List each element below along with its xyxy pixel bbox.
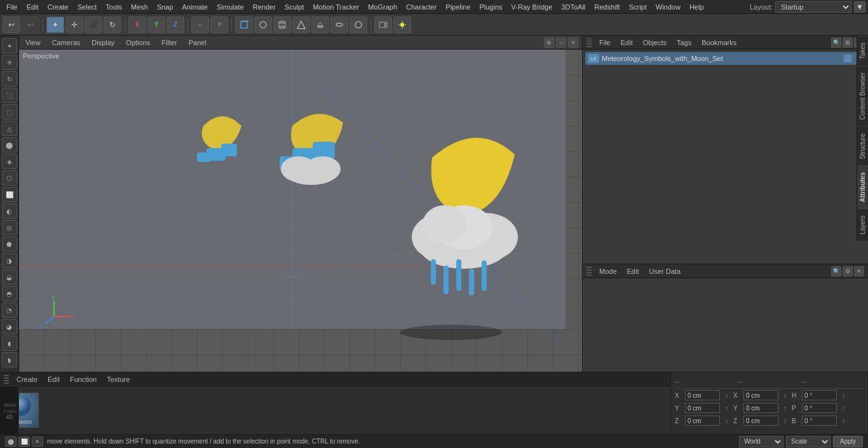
status-icon-circle[interactable]: ⬤ bbox=[5, 437, 17, 447]
tool-paint[interactable]: ⬟ bbox=[2, 236, 17, 252]
z-pos-input[interactable] bbox=[685, 416, 720, 426]
y-axis-btn[interactable]: Y bbox=[147, 17, 165, 33]
viewport-menu-display[interactable]: Display bbox=[89, 37, 117, 48]
menu-mograph[interactable]: MoGraph bbox=[364, 2, 401, 12]
obj-expand-btn[interactable]: ⊞ bbox=[843, 37, 853, 48]
torus-btn[interactable] bbox=[349, 17, 367, 33]
redo-btn[interactable]: ↩ bbox=[22, 17, 39, 33]
mat-create-menu[interactable]: Create bbox=[14, 374, 40, 384]
vp-settings-btn[interactable]: ≡ bbox=[568, 37, 578, 48]
attr-search-btn[interactable]: 🔍 bbox=[831, 266, 841, 276]
tool-extrude[interactable]: ⬤ bbox=[2, 137, 17, 153]
menu-3dtall[interactable]: 3DToAll bbox=[557, 2, 589, 12]
tool-inflate[interactable]: ◗ bbox=[2, 352, 17, 367]
status-icon-square[interactable]: ⬜ bbox=[18, 437, 30, 447]
menu-vray[interactable]: V-Ray Bridge bbox=[508, 2, 557, 12]
mat-texture-menu[interactable]: Texture bbox=[104, 374, 132, 384]
obj-row-meteo[interactable]: L0 Meteorology_Symbols_with_Moon_Set bbox=[585, 52, 865, 65]
viewport-menu-cameras[interactable]: Cameras bbox=[50, 37, 83, 48]
viewport-menu-options[interactable]: Options bbox=[123, 37, 153, 48]
menu-character[interactable]: Character bbox=[402, 2, 440, 12]
attr-gear-btn[interactable]: ⚙ bbox=[843, 266, 853, 276]
tool-knife[interactable]: ◈ bbox=[2, 154, 17, 169]
status-icon-x[interactable]: ✕ bbox=[32, 437, 43, 447]
camera-btn[interactable] bbox=[374, 17, 392, 33]
structure-tab[interactable]: Structure bbox=[857, 126, 868, 166]
select-tool-btn[interactable]: ✦ bbox=[46, 17, 64, 33]
layout-arrow-btn[interactable]: ▼ bbox=[854, 1, 865, 13]
menu-edit[interactable]: Edit bbox=[23, 2, 43, 12]
tool-rotate[interactable]: ↻ bbox=[2, 71, 17, 86]
y-pos-input[interactable] bbox=[685, 403, 720, 413]
scale-tool-btn[interactable]: ⬛ bbox=[85, 17, 102, 33]
obj-bookmarks-menu[interactable]: Bookmarks bbox=[699, 37, 739, 48]
menu-pipeline[interactable]: Pipeline bbox=[442, 2, 474, 12]
tool-move[interactable]: ✛ bbox=[2, 55, 17, 70]
tool-ring[interactable]: ◎ bbox=[2, 220, 17, 235]
menu-snap[interactable]: Snap bbox=[153, 2, 177, 12]
scale-dropdown[interactable]: Scale Size bbox=[786, 436, 831, 447]
attr-mode-menu[interactable]: Mode bbox=[597, 266, 620, 276]
takes-tab[interactable]: Takes bbox=[857, 36, 868, 65]
menu-window[interactable]: Window bbox=[652, 2, 684, 12]
mat-drag-handle[interactable] bbox=[4, 375, 9, 384]
menu-tools[interactable]: Tools bbox=[102, 2, 126, 12]
cone-btn[interactable] bbox=[292, 17, 310, 33]
cylinder-btn[interactable] bbox=[273, 17, 291, 33]
layout-select[interactable]: Startup Standard bbox=[775, 1, 851, 13]
obj-tags-menu[interactable]: Tags bbox=[674, 37, 694, 48]
sphere-btn[interactable] bbox=[254, 17, 272, 33]
tool-grab[interactable]: ◕ bbox=[2, 319, 17, 334]
apply-button[interactable]: Apply bbox=[833, 436, 863, 447]
light-btn[interactable] bbox=[393, 17, 411, 33]
tool-loop[interactable]: ◐ bbox=[2, 203, 17, 219]
menu-render[interactable]: Render bbox=[249, 2, 280, 12]
menu-create[interactable]: Create bbox=[44, 2, 72, 12]
tool-smooth[interactable]: ◔ bbox=[2, 302, 17, 318]
world-dropdown[interactable]: World Object bbox=[739, 436, 783, 447]
content-browser-tab[interactable]: Content Browser bbox=[857, 65, 868, 126]
tool-magnet[interactable]: ◒ bbox=[2, 269, 17, 285]
sub-btn[interactable]: ⌗ bbox=[210, 17, 228, 33]
cube-btn[interactable] bbox=[235, 17, 253, 33]
obj-objects-menu[interactable]: Objects bbox=[641, 37, 669, 48]
mat-edit-menu[interactable]: Edit bbox=[45, 374, 62, 384]
mat-function-menu[interactable]: Function bbox=[67, 374, 99, 384]
tool-live[interactable]: ⬚ bbox=[2, 104, 17, 119]
disc-btn[interactable] bbox=[330, 17, 348, 33]
x-axis-btn[interactable]: X bbox=[128, 17, 146, 33]
menu-mesh[interactable]: Mesh bbox=[127, 2, 152, 12]
obj-search-btn[interactable]: 🔍 bbox=[831, 37, 841, 48]
obj-file-menu[interactable]: File bbox=[597, 37, 613, 48]
x-pos-input[interactable] bbox=[685, 390, 720, 400]
attr-userdata-menu[interactable]: User Data bbox=[647, 266, 684, 276]
undo-btn[interactable]: ↩ bbox=[3, 17, 20, 33]
attributes-tab[interactable]: Attributes bbox=[857, 165, 868, 208]
plane-btn[interactable] bbox=[311, 17, 329, 33]
menu-sculpt[interactable]: Sculpt bbox=[281, 2, 308, 12]
z2-pos-input[interactable] bbox=[743, 416, 778, 426]
menu-animate[interactable]: Animate bbox=[179, 2, 212, 12]
move-tool-btn[interactable]: ✛ bbox=[65, 17, 83, 33]
menu-help[interactable]: Help bbox=[686, 2, 708, 12]
menu-file[interactable]: File bbox=[3, 2, 22, 12]
attr-edit-menu[interactable]: Edit bbox=[625, 266, 642, 276]
menu-select[interactable]: Select bbox=[74, 2, 101, 12]
menu-plugins[interactable]: Plugins bbox=[475, 2, 506, 12]
viewport-menu-panel[interactable]: Panel bbox=[186, 37, 209, 48]
z-axis-btn[interactable]: Z bbox=[166, 17, 184, 33]
menu-motion-tracker[interactable]: Motion Tracker bbox=[309, 2, 363, 12]
menu-redshift[interactable]: Redshift bbox=[590, 2, 623, 12]
viewport-menu-view[interactable]: View bbox=[23, 37, 43, 48]
obj-edit-menu[interactable]: Edit bbox=[618, 37, 635, 48]
tool-bevel[interactable]: ⬡ bbox=[2, 170, 17, 186]
menu-script[interactable]: Script bbox=[625, 2, 651, 12]
drag-handle[interactable] bbox=[587, 38, 592, 47]
x2-pos-input[interactable] bbox=[743, 390, 778, 400]
menu-simulate[interactable]: Simulate bbox=[213, 2, 248, 12]
tool-weld[interactable]: ◓ bbox=[2, 286, 17, 301]
viewport-3d[interactable]: X Y Z Perspective Grid Spacing : 10 cm bbox=[19, 50, 582, 405]
tool-scale[interactable]: ⬛ bbox=[2, 88, 17, 103]
vp-restore-btn[interactable]: ⊕ bbox=[544, 37, 554, 48]
y2-pos-input[interactable] bbox=[743, 403, 778, 413]
